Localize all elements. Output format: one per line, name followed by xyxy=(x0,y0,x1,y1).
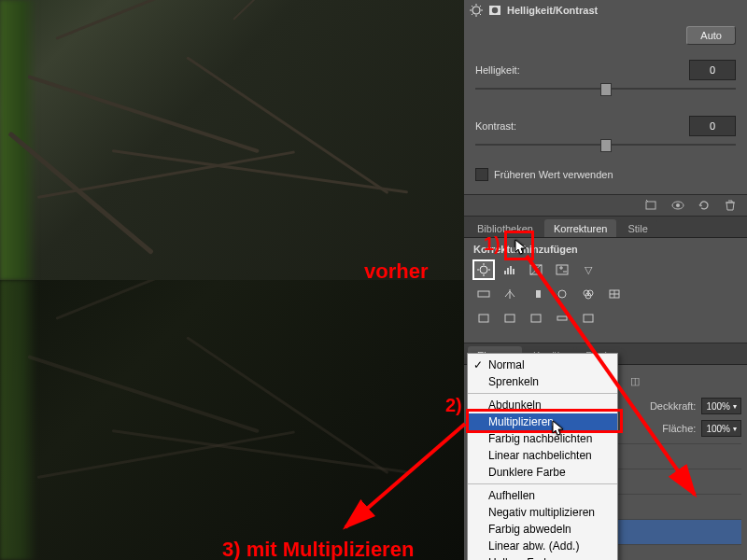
tab-stile[interactable]: Stile xyxy=(618,219,656,237)
blend-linear-nachbelichten[interactable]: Linear nachbelichten xyxy=(468,447,617,464)
brightness-input[interactable] xyxy=(689,60,736,80)
adj-vibrance-icon[interactable]: ▽ xyxy=(578,260,599,279)
blend-farbig-abwedeln[interactable]: Farbig abwedeln xyxy=(468,521,617,538)
svg-point-10 xyxy=(492,7,498,13)
svg-rect-36 xyxy=(505,315,514,322)
properties-title: Helligkeit/Kontrast xyxy=(507,5,598,16)
image-after xyxy=(0,280,464,560)
svg-rect-39 xyxy=(584,315,593,322)
adj-brightness-contrast-icon[interactable] xyxy=(473,260,494,279)
adj-color-balance-icon[interactable] xyxy=(500,285,520,303)
adj-invert-icon[interactable] xyxy=(473,309,494,328)
annotation-box-2 xyxy=(466,409,623,433)
svg-rect-37 xyxy=(531,315,541,322)
svg-rect-38 xyxy=(557,316,567,320)
blend-mode-menu[interactable]: Normal Sprenkeln Abdunkeln Multipliziere… xyxy=(467,353,618,560)
adj-posterize-icon[interactable] xyxy=(500,309,520,328)
eye-icon[interactable] xyxy=(670,199,685,212)
blend-negativ-multiplizieren[interactable]: Negativ multiplizieren xyxy=(468,504,617,521)
svg-line-7 xyxy=(480,6,481,7)
svg-point-28 xyxy=(558,290,566,298)
svg-point-0 xyxy=(472,7,480,14)
legacy-checkbox[interactable] xyxy=(475,168,488,181)
adj-curves-icon[interactable] xyxy=(526,260,546,279)
svg-rect-21 xyxy=(510,266,512,274)
svg-rect-27 xyxy=(531,290,536,298)
adj-hue-icon[interactable] xyxy=(473,285,494,303)
annotation-after: 3) mit Multiplizieren xyxy=(222,538,414,560)
adj-exposure-icon[interactable] xyxy=(552,260,572,279)
mask-icon xyxy=(488,4,501,17)
opacity-field[interactable]: 100%▾ xyxy=(701,398,741,414)
adj-levels-icon[interactable] xyxy=(500,260,520,279)
adj-color-lookup-icon[interactable] xyxy=(604,285,625,303)
properties-panel: Helligkeit/Kontrast Auto Helligkeit: Kon… xyxy=(464,0,747,217)
opacity-label: Deckkraft: xyxy=(650,400,697,412)
annotation-before: vorher xyxy=(364,259,428,284)
svg-line-8 xyxy=(472,14,472,15)
svg-rect-24 xyxy=(557,265,568,274)
adj-channel-mixer-icon[interactable] xyxy=(578,285,599,303)
brightness-contrast-icon xyxy=(470,4,483,17)
blend-sprenkeln[interactable]: Sprenkeln xyxy=(468,373,617,390)
svg-point-14 xyxy=(480,266,487,273)
blend-hellere-farbe[interactable]: Hellere Farbe xyxy=(468,554,617,560)
fill-field[interactable]: 100%▾ xyxy=(701,420,741,437)
adj-threshold-icon[interactable] xyxy=(526,309,546,328)
svg-rect-35 xyxy=(479,315,488,322)
trash-icon[interactable] xyxy=(723,199,738,212)
brightness-slider[interactable] xyxy=(475,82,736,95)
adj-selective-color-icon[interactable] xyxy=(578,309,599,328)
tab-korrekturen[interactable]: Korrekturen xyxy=(544,219,616,237)
contrast-input[interactable] xyxy=(689,116,736,136)
document-canvas: vorher 3) mit Multiplizieren xyxy=(0,0,464,560)
svg-rect-11 xyxy=(646,202,655,209)
auto-button[interactable]: Auto xyxy=(686,26,736,45)
annotation-step1: 1) xyxy=(484,233,500,255)
blend-linear-abw[interactable]: Linear abw. (Add.) xyxy=(468,538,617,554)
clip-icon[interactable] xyxy=(644,199,659,212)
svg-rect-20 xyxy=(507,268,509,274)
annotation-box-1 xyxy=(504,231,534,260)
properties-footer xyxy=(464,194,747,216)
svg-rect-19 xyxy=(504,271,506,274)
brightness-label: Helligkeit: xyxy=(475,64,541,76)
annotation-step2: 2) xyxy=(445,395,462,416)
contrast-slider[interactable] xyxy=(475,138,736,151)
fill-label: Fläche: xyxy=(662,423,696,434)
svg-line-6 xyxy=(480,14,481,15)
svg-point-13 xyxy=(676,203,680,207)
blend-dunklere-farbe[interactable]: Dunklere Farbe xyxy=(468,464,617,481)
svg-rect-25 xyxy=(478,291,489,297)
adj-photo-filter-icon[interactable] xyxy=(552,285,572,303)
adj-gradient-map-icon[interactable] xyxy=(552,309,572,328)
blend-aufhellen[interactable]: Aufhellen xyxy=(468,487,617,504)
reset-icon[interactable] xyxy=(697,199,712,212)
svg-rect-22 xyxy=(513,269,514,274)
image-before xyxy=(0,0,464,280)
contrast-label: Kontrast: xyxy=(475,120,541,132)
blend-normal[interactable]: Normal xyxy=(468,357,617,373)
adj-bw-icon[interactable] xyxy=(526,285,546,303)
legacy-label: Früheren Wert verwenden xyxy=(494,169,613,180)
svg-line-5 xyxy=(472,6,472,7)
filter-smart-icon[interactable]: ◫ xyxy=(627,372,643,389)
